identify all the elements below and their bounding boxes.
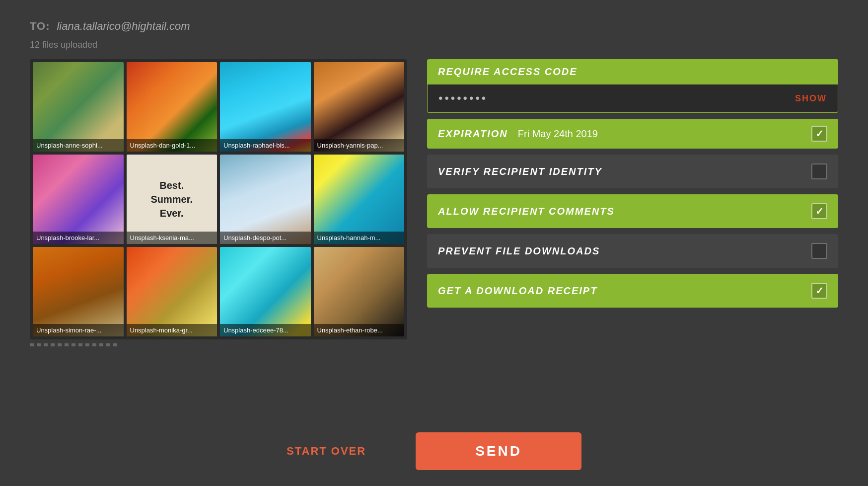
checkmark-icon: ✓ — [815, 128, 824, 140]
content-row: Unsplash-anne-sophi... Unsplash-dan-gold… — [30, 59, 838, 416]
to-label: TO: — [30, 20, 50, 33]
expiration-option[interactable]: EXPIRATION Fri May 24th 2019 ✓ — [427, 119, 838, 149]
file-name: Unsplash-despo-pot... — [220, 232, 311, 244]
access-code-header[interactable]: REQUIRE ACCESS CODE — [427, 59, 838, 84]
list-item[interactable]: Unsplash-despo-pot... — [220, 155, 311, 244]
list-item[interactable]: Unsplash-raphael-bis... — [220, 62, 311, 152]
list-item[interactable]: Unsplash-simon-rae-... — [33, 247, 124, 336]
checkmark-icon: ✓ — [815, 285, 824, 297]
file-name: Unsplash-dan-gold-1... — [127, 139, 217, 152]
file-name: Unsplash-brooke-lar... — [33, 232, 124, 244]
file-name: Unsplash-edceee-78... — [220, 324, 311, 336]
prevent-downloads-option[interactable]: PREVENT FILE DOWNLOADS — [427, 234, 838, 268]
list-item[interactable]: Unsplash-edceee-78... — [220, 247, 311, 336]
files-count: 12 files uploaded — [30, 40, 838, 50]
allow-comments-checkbox[interactable]: ✓ — [811, 203, 827, 219]
list-item[interactable]: Unsplash-hannah-m... — [314, 155, 405, 244]
verify-identity-checkbox[interactable] — [811, 163, 827, 179]
start-over-button[interactable]: START OVER — [287, 445, 366, 458]
download-receipt-header[interactable]: GET A DOWNLOAD RECEIPT ✓ — [427, 274, 838, 308]
to-row: TO: liana.tallarico@hightail.com — [30, 20, 838, 33]
send-button[interactable]: SEND — [416, 432, 581, 470]
verify-identity-header[interactable]: VERIFY RECIPIENT IDENTITY — [427, 155, 838, 188]
list-item[interactable]: Unsplash-brooke-lar... — [33, 155, 124, 244]
file-name: Unsplash-raphael-bis... — [220, 139, 311, 152]
main-container: TO: liana.tallarico@hightail.com 12 file… — [0, 0, 868, 416]
expiration-content: EXPIRATION Fri May 24th 2019 — [438, 128, 598, 140]
list-item[interactable]: Unsplash-dan-gold-1... — [127, 62, 217, 152]
list-item[interactable]: Unsplash-monika-gr... — [127, 247, 217, 336]
scroll-indicator — [30, 343, 119, 346]
file-name: Unsplash-hannah-m... — [314, 232, 405, 244]
file-name: Unsplash-monika-gr... — [127, 324, 217, 336]
recipient-email: liana.tallarico@hightail.com — [57, 20, 190, 33]
verify-identity-label: VERIFY RECIPIENT IDENTITY — [438, 166, 602, 177]
allow-comments-option[interactable]: ALLOW RECIPIENT COMMENTS ✓ — [427, 194, 838, 228]
download-receipt-option[interactable]: GET A DOWNLOAD RECEIPT ✓ — [427, 274, 838, 308]
allow-comments-label: ALLOW RECIPIENT COMMENTS — [438, 206, 615, 217]
download-receipt-label: GET A DOWNLOAD RECEIPT — [438, 285, 597, 297]
file-name: Unsplash-ethan-robe... — [314, 324, 405, 336]
download-receipt-checkbox[interactable]: ✓ — [811, 283, 827, 299]
show-access-code-button[interactable]: SHOW — [795, 93, 827, 104]
prevent-downloads-header[interactable]: PREVENT FILE DOWNLOADS — [427, 234, 838, 268]
file-grid: Unsplash-anne-sophi... Unsplash-dan-gold… — [30, 59, 407, 339]
access-code-option[interactable]: REQUIRE ACCESS CODE •••••••• SHOW — [427, 59, 838, 113]
access-code-label: REQUIRE ACCESS CODE — [438, 66, 578, 78]
tile-text: Best.Summer.Ever. — [151, 178, 193, 220]
access-code-input-row[interactable]: •••••••• SHOW — [428, 84, 838, 112]
checkmark-icon: ✓ — [815, 205, 824, 217]
list-item[interactable]: Unsplash-anne-sophi... — [33, 62, 124, 152]
expiration-label: EXPIRATION — [438, 128, 508, 140]
file-name: Unsplash-ksenia-ma... — [127, 232, 217, 244]
verify-identity-option[interactable]: VERIFY RECIPIENT IDENTITY — [427, 155, 838, 188]
expiration-date: Fri May 24th 2019 — [518, 128, 598, 140]
file-name: Unsplash-simon-rae-... — [33, 324, 124, 336]
file-grid-container: Unsplash-anne-sophi... Unsplash-dan-gold… — [30, 59, 407, 416]
prevent-downloads-checkbox[interactable] — [811, 243, 827, 259]
allow-comments-header[interactable]: ALLOW RECIPIENT COMMENTS ✓ — [427, 194, 838, 228]
prevent-downloads-label: PREVENT FILE DOWNLOADS — [438, 245, 600, 257]
expiration-checkbox[interactable]: ✓ — [811, 126, 827, 142]
list-item[interactable]: Unsplash-yannis-pap... — [314, 62, 405, 152]
bottom-bar: START OVER SEND — [0, 416, 868, 486]
list-item[interactable]: Unsplash-ethan-robe... — [314, 247, 405, 336]
access-code-dots: •••••••• — [438, 91, 488, 105]
options-panel: REQUIRE ACCESS CODE •••••••• SHOW EXPIRA… — [427, 59, 838, 416]
file-name: Unsplash-yannis-pap... — [314, 139, 405, 152]
list-item[interactable]: Best.Summer.Ever. Unsplash-ksenia-ma... — [127, 155, 217, 244]
file-name: Unsplash-anne-sophi... — [33, 139, 124, 152]
